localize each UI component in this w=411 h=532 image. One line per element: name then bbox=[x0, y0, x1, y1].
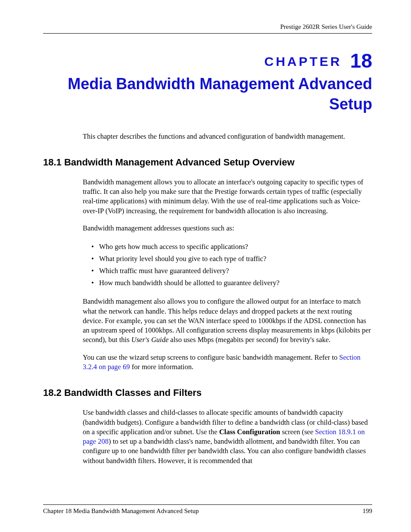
page-footer: Chapter 18 Media Bandwidth Management Ad… bbox=[43, 504, 372, 515]
para-18-1-2: Bandwidth management addresses questions… bbox=[83, 224, 372, 233]
para-18-1-4: You can use the wizard setup screens to … bbox=[83, 353, 372, 372]
list-item: Which traffic must have guaranteed deliv… bbox=[91, 265, 372, 277]
chapter-number: 18 bbox=[350, 50, 372, 72]
list-item: Who gets how much access to specific app… bbox=[91, 241, 372, 253]
bullet-list-18-1: Who gets how much access to specific app… bbox=[91, 241, 372, 289]
para-18-1-3: Bandwidth management also allows you to … bbox=[83, 297, 372, 345]
chapter-label: CHAPTER 18 bbox=[43, 49, 372, 72]
text-run: screen (see bbox=[280, 428, 315, 436]
list-item: How much bandwidth should be allotted to… bbox=[91, 277, 372, 289]
text-run: for more information. bbox=[130, 363, 194, 371]
para-18-2-1: Use bandwidth classes and child-classes … bbox=[83, 408, 372, 466]
text-run: You can use the wizard setup screens to … bbox=[83, 353, 339, 361]
text-run: ) to set up a bandwidth class's name, ba… bbox=[83, 437, 366, 465]
chapter-title: Media Bandwidth Management Advanced Setu… bbox=[43, 74, 372, 115]
footer-chapter-title: Chapter 18 Media Bandwidth Management Ad… bbox=[43, 507, 199, 515]
para-18-1-1: Bandwidth management allows you to alloc… bbox=[83, 177, 372, 216]
running-header: Prestige 2602R Series User's Guide bbox=[43, 23, 372, 34]
chapter-word: CHAPTER bbox=[264, 54, 342, 68]
section-heading-18-2: 18.2 Bandwidth Classes and Filters bbox=[43, 387, 372, 398]
text-run: also uses Mbps (megabits per second) for… bbox=[168, 336, 330, 344]
bold-text: Class Configuration bbox=[219, 428, 280, 436]
list-item: What priority level should you give to e… bbox=[91, 253, 372, 265]
section-heading-18-1: 18.1 Bandwidth Management Advanced Setup… bbox=[43, 157, 372, 168]
italic-text: User's Guide bbox=[131, 336, 168, 344]
chapter-intro: This chapter describes the functions and… bbox=[83, 132, 372, 141]
page-number: 199 bbox=[363, 507, 373, 515]
